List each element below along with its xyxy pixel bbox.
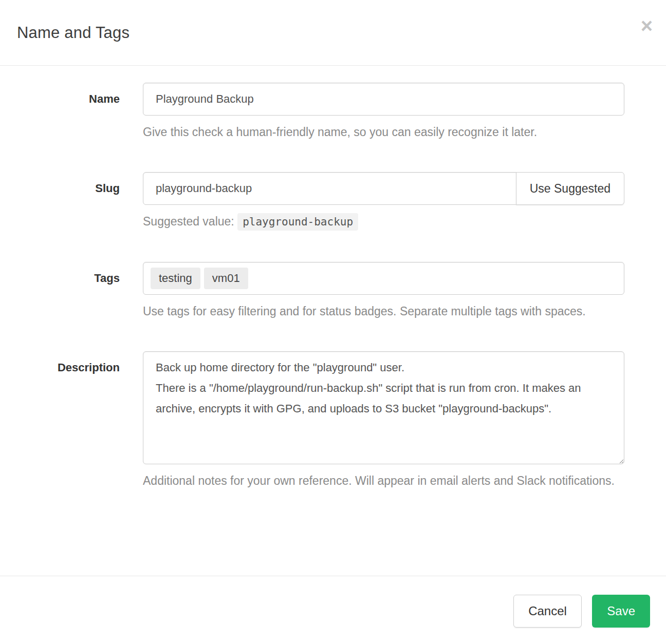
dialog-title: Name and Tags xyxy=(17,24,649,42)
slug-input[interactable] xyxy=(143,172,516,205)
description-textarea[interactable]: Back up home directory for the "playgrou… xyxy=(143,351,624,464)
name-label: Name xyxy=(17,83,143,107)
description-form-group: Description Back up home directory for t… xyxy=(17,351,624,491)
slug-controls: Use Suggested Suggested value: playgroun… xyxy=(143,172,624,232)
name-input[interactable] xyxy=(143,83,624,116)
use-suggested-button[interactable]: Use Suggested xyxy=(516,172,624,205)
dialog-header: Name and Tags × xyxy=(0,0,666,66)
dialog-body: Name Give this check a human-friendly na… xyxy=(0,66,666,576)
save-button[interactable]: Save xyxy=(592,595,650,628)
tag-chip-testing[interactable]: testing xyxy=(151,268,200,289)
tags-form-group: Tags testing vm01 Use tags for easy filt… xyxy=(17,262,624,321)
cancel-button[interactable]: Cancel xyxy=(513,595,582,628)
name-controls: Give this check a human-friendly name, s… xyxy=(143,83,624,142)
suggested-value-prefix: Suggested value: xyxy=(143,215,237,228)
name-and-tags-dialog: Name and Tags × Name Give this check a h… xyxy=(0,0,666,644)
tag-chip-vm01[interactable]: vm01 xyxy=(204,268,248,289)
slug-form-group: Slug Use Suggested Suggested value: play… xyxy=(17,172,624,232)
description-controls: Back up home directory for the "playgrou… xyxy=(143,351,624,491)
tags-input[interactable]: testing vm01 xyxy=(143,262,624,295)
description-label: Description xyxy=(17,351,143,375)
slug-label: Slug xyxy=(17,172,143,196)
tags-controls: testing vm01 Use tags for easy filtering… xyxy=(143,262,624,321)
tags-help-text: Use tags for easy filtering and for stat… xyxy=(143,301,624,321)
close-icon[interactable]: × xyxy=(641,15,653,36)
tags-label: Tags xyxy=(17,262,143,286)
description-help-text: Additional notes for your own reference.… xyxy=(143,470,624,491)
slug-input-group: Use Suggested xyxy=(143,172,624,205)
slug-help-text: Suggested value: playground-backup xyxy=(143,211,624,232)
name-help-text: Give this check a human-friendly name, s… xyxy=(143,122,624,142)
name-form-group: Name Give this check a human-friendly na… xyxy=(17,83,624,142)
dialog-footer: Cancel Save xyxy=(0,576,666,644)
suggested-value-code: playground-backup xyxy=(237,213,358,231)
